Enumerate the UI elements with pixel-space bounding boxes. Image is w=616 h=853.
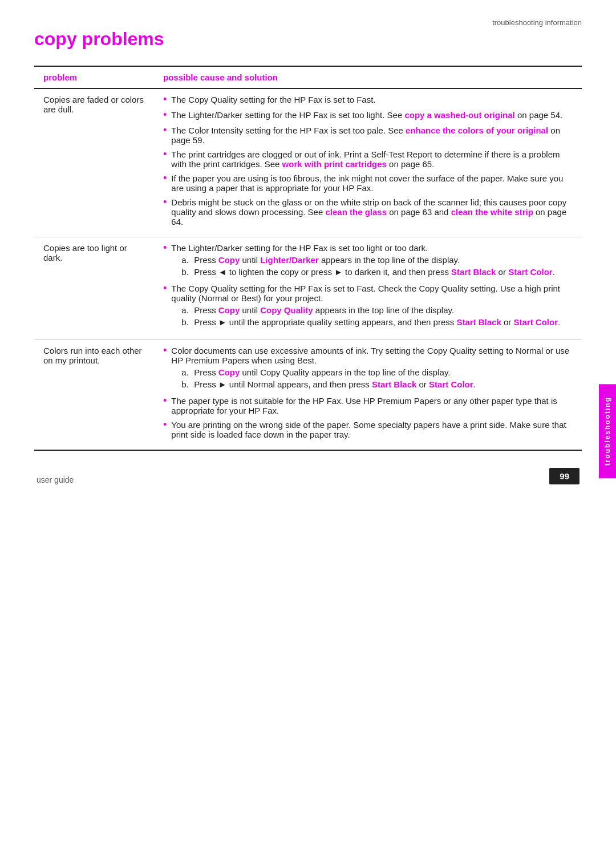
list-item: • Color documents can use excessive amou…: [163, 346, 573, 391]
bullet-icon: •: [163, 419, 167, 431]
start-black-label: Start Black: [372, 379, 416, 389]
page-container: troubleshooting information copy problem…: [0, 0, 616, 853]
side-tab-container: troubleshooting: [599, 384, 616, 478]
top-right-label: troubleshooting information: [492, 18, 582, 27]
side-tab: troubleshooting: [599, 384, 616, 478]
problem-cell: Copies are faded or colors are dull.: [34, 88, 154, 237]
sub-list-item: b. Press ◄ to lighten the copy or press …: [181, 267, 573, 277]
list-item: • You are printing on the wrong side of …: [163, 420, 573, 439]
link-print-cartridges[interactable]: work with print cartridges: [282, 159, 387, 169]
sub-list-item: a. Press Copy until Lighter/Darker appea…: [181, 255, 573, 265]
start-color-label: Start Color: [514, 317, 558, 327]
bullet-icon: •: [163, 94, 167, 106]
list-item: • The Copy Quality setting for the HP Fa…: [163, 95, 573, 106]
list-item: • The Copy Quality setting for the HP Fa…: [163, 284, 573, 329]
link-clean-glass[interactable]: clean the glass: [325, 207, 387, 217]
bullet-icon: •: [163, 196, 167, 208]
sub-label: b.: [181, 379, 194, 389]
page-footer: user guide 99: [34, 468, 582, 484]
table-row: Copies are faded or colors are dull. • T…: [34, 88, 582, 237]
sub-label: a.: [181, 367, 194, 377]
bullet-icon: •: [163, 345, 167, 357]
solution-cell: • The Copy Quality setting for the HP Fa…: [154, 88, 582, 237]
sub-text: Press Copy until Copy Quality appears in…: [194, 367, 573, 377]
sub-label: b.: [181, 317, 194, 327]
sub-text: Press Copy until Copy Quality appears in…: [194, 305, 573, 315]
list-item: • If the paper you are using is too fibr…: [163, 173, 573, 193]
start-black-label: Start Black: [451, 267, 496, 277]
start-color-label: Start Color: [429, 379, 473, 389]
copy-label: Copy: [218, 255, 240, 265]
main-table: problem possible cause and solution Copi…: [34, 66, 582, 451]
bullet-text: Debris might be stuck on the glass or on…: [171, 197, 573, 227]
sub-list-item: a. Press Copy until Copy Quality appears…: [181, 305, 573, 315]
bullet-text: The Copy Quality setting for the HP Fax …: [171, 95, 573, 104]
list-item: • The Lighter/Darker setting for the HP …: [163, 243, 573, 279]
list-item: • Debris might be stuck on the glass or …: [163, 197, 573, 227]
page-number: 99: [549, 468, 579, 484]
bullet-text: The Lighter/Darker setting for the HP Fa…: [171, 243, 573, 279]
bullet-icon: •: [163, 172, 167, 184]
col-header-problem: problem: [34, 66, 154, 88]
problem-cell: Copies are too light or dark.: [34, 237, 154, 340]
copy-quality-label: Copy Quality: [260, 305, 313, 315]
list-item: • The print cartridges are clogged or ou…: [163, 149, 573, 169]
lighter-darker-label: Lighter/Darker: [260, 255, 319, 265]
bullet-icon: •: [163, 124, 167, 136]
bullet-icon: •: [163, 282, 167, 294]
link-copy-washed-out[interactable]: copy a washed-out original: [404, 110, 514, 120]
bullet-list: • The Copy Quality setting for the HP Fa…: [163, 95, 573, 227]
bullet-icon: •: [163, 148, 167, 160]
start-color-label: Start Color: [508, 267, 553, 277]
sub-list-item: b. Press ► until Normal appears, and the…: [181, 379, 573, 389]
bullet-text: The Lighter/Darker setting for the HP Fa…: [171, 110, 573, 120]
bullet-text: The Copy Quality setting for the HP Fax …: [171, 284, 573, 329]
sub-text: Press ◄ to lighten the copy or press ► t…: [194, 267, 573, 277]
bullet-text: The paper type is not suitable for the H…: [171, 396, 573, 415]
problem-cell: Colors run into each other on my printou…: [34, 340, 154, 451]
copy-label: Copy: [218, 367, 240, 377]
bullet-text: You are printing on the wrong side of th…: [171, 420, 573, 439]
sub-list-item: a. Press Copy until Copy Quality appears…: [181, 367, 573, 377]
bullet-text: Color documents can use excessive amount…: [171, 346, 573, 391]
table-row: Colors run into each other on my printou…: [34, 340, 582, 451]
sub-label: b.: [181, 267, 194, 277]
col-header-solution: possible cause and solution: [154, 66, 582, 88]
list-item: • The Lighter/Darker setting for the HP …: [163, 110, 573, 121]
footer-user-guide: user guide: [37, 475, 74, 484]
bullet-list: • The Lighter/Darker setting for the HP …: [163, 243, 573, 329]
sub-text: Press ► until the appropriate quality se…: [194, 317, 573, 327]
start-black-label: Start Black: [456, 317, 501, 327]
bullet-text: The print cartridges are clogged or out …: [171, 149, 573, 169]
bullet-text: The Color Intensity setting for the HP F…: [171, 126, 573, 145]
bullet-icon: •: [163, 109, 167, 121]
sub-label: a.: [181, 255, 194, 265]
sub-list-item: b. Press ► until the appropriate quality…: [181, 317, 573, 327]
page-title: copy problems: [34, 29, 582, 50]
sub-list: a. Press Copy until Copy Quality appears…: [171, 367, 573, 389]
sub-text: Press ► until Normal appears, and then p…: [194, 379, 573, 389]
bullet-text: If the paper you are using is too fibrou…: [171, 173, 573, 193]
copy-label: Copy: [218, 305, 240, 315]
solution-cell: • The Lighter/Darker setting for the HP …: [154, 237, 582, 340]
sub-text: Press Copy until Lighter/Darker appears …: [194, 255, 573, 265]
bullet-icon: •: [163, 242, 167, 254]
link-clean-white-strip[interactable]: clean the white strip: [451, 207, 533, 217]
list-item: • The paper type is not suitable for the…: [163, 396, 573, 415]
sub-list: a. Press Copy until Copy Quality appears…: [171, 305, 573, 327]
list-item: • The Color Intensity setting for the HP…: [163, 126, 573, 145]
sub-list: a. Press Copy until Lighter/Darker appea…: [171, 255, 573, 277]
sub-label: a.: [181, 305, 194, 315]
bullet-list: • Color documents can use excessive amou…: [163, 346, 573, 439]
solution-cell: • Color documents can use excessive amou…: [154, 340, 582, 451]
link-enhance-colors[interactable]: enhance the colors of your original: [406, 126, 548, 135]
bullet-icon: •: [163, 395, 167, 407]
table-row: Copies are too light or dark. • The Ligh…: [34, 237, 582, 340]
